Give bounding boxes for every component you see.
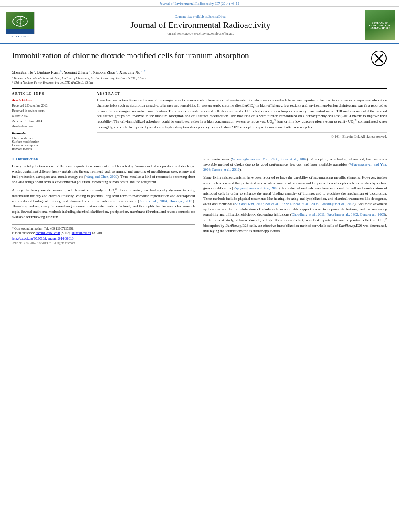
doi-link[interactable]: http://dx.doi.org/10.1016/j.jenvrad.2014… bbox=[12, 237, 74, 240]
article-info-column: ARTICLE INFO Article history: Received 2… bbox=[12, 92, 90, 151]
elsevier-logo-image: 🌿 bbox=[6, 12, 35, 34]
corresponding-author: * Corresponding author. Tel: +86 1306723… bbox=[12, 227, 195, 230]
ref-vijaya[interactable]: Vijayaraghavan and Yun, 2008; Silva et a… bbox=[232, 157, 307, 161]
available-online: Available online bbox=[12, 124, 86, 128]
journal-thumb-label: JOURNAL OFENVIRONMENTALRADIOACTIVITY bbox=[368, 21, 391, 30]
intro-title: 1. Introduction bbox=[12, 157, 195, 161]
intro-para-4: Many living microorganisms have been rep… bbox=[203, 175, 387, 234]
intro-right-column: from waste water (Vijayaraghavan and Yun… bbox=[203, 157, 387, 245]
introduction-section: 1. Introduction Heavy metal pollution is… bbox=[12, 157, 387, 245]
email2-link[interactable]: xu@fzu.edu.cn bbox=[72, 231, 91, 235]
keyword-4: Immobilization bbox=[12, 147, 86, 151]
revised-label: Received in revised form bbox=[12, 108, 86, 113]
keyword-1: Chlorine dioxide bbox=[12, 136, 86, 140]
issn-line: 0265-931X/© 2014 Elsevier Ltd. All right… bbox=[12, 241, 195, 245]
sciencedirect-anchor[interactable]: ScienceDirect bbox=[208, 15, 226, 18]
abstract-text: There has been a trend towards the use o… bbox=[97, 98, 387, 129]
abstract-column: ABSTRACT There has been a trend towards … bbox=[97, 92, 387, 151]
keyword-3: Uranium adsorption bbox=[12, 144, 86, 147]
article-info-heading: ARTICLE INFO bbox=[12, 92, 86, 96]
abstract-heading: ABSTRACT bbox=[97, 92, 387, 96]
journal-homepage: journal homepage: www.elsevier.com/locat… bbox=[40, 32, 361, 35]
intro-left-column: 1. Introduction Heavy metal pollution is… bbox=[12, 157, 195, 245]
ref-wang-chen[interactable]: Wang and Chen, 2009 bbox=[85, 175, 117, 179]
article-info-abstract-section: ARTICLE INFO Article history: Received 2… bbox=[12, 88, 387, 151]
sciencedirect-link: Contents lists available at ScienceDirec… bbox=[40, 15, 361, 18]
revised-date: 4 June 2014 bbox=[12, 113, 86, 118]
intro-para-1: Heavy metal pollution is one of the most… bbox=[12, 164, 195, 185]
paper-title-section: Immobilization of chlorine dioxide modif… bbox=[12, 50, 387, 66]
copyright-line: © 2014 Elsevier Ltd. All rights reserved… bbox=[97, 132, 387, 138]
affiliations: a Research Institute of Photocatalysis, … bbox=[12, 76, 387, 84]
ref-suh[interactable]: Suh and Kim, 2000; Sar et al., 1999; Rin… bbox=[234, 202, 354, 206]
ref-choudhary[interactable]: Choudhary et al., 2011; Nakajima et al.,… bbox=[292, 212, 385, 216]
ref-farooq[interactable]: Vijayaraghavan and Yun, 2008; Farooq et … bbox=[203, 162, 387, 172]
elsevier-text: ELSEVIER bbox=[11, 35, 29, 38]
svg-text:🌿: 🌿 bbox=[19, 28, 22, 31]
elsevier-logo: 🌿 ELSEVIER bbox=[4, 12, 36, 38]
paper-title: Immobilization of chlorine dioxide modif… bbox=[12, 50, 367, 61]
ref-vijaya2[interactable]: Vijayaraghavan and Yun, 2008 bbox=[233, 186, 278, 190]
affiliation-a: a Research Institute of Photocatalysis, … bbox=[12, 76, 387, 80]
email1-link[interactable]: comhsh@163.com bbox=[36, 231, 60, 235]
journal-center: Contents lists available at ScienceDirec… bbox=[40, 15, 361, 35]
authors-line: Shengbin He a, Binbiao Ruan b, Yueping Z… bbox=[12, 70, 387, 74]
main-content: Immobilization of chlorine dioxide modif… bbox=[0, 44, 399, 251]
journal-thumbnail: JOURNAL OFENVIRONMENTALRADIOACTIVITY bbox=[365, 10, 395, 40]
received-date: Received 2 December 2013 bbox=[12, 103, 86, 107]
crossmark-icon bbox=[371, 50, 387, 66]
email-addresses: E-mail addresses: comhsh@163.com (S. He)… bbox=[12, 231, 195, 235]
keyword-2: Surface modification bbox=[12, 140, 86, 144]
affiliation-b: b China Nuclear Power Engineering co.,LT… bbox=[12, 81, 387, 84]
intro-para-2: Among the heavy metals, uranium, which e… bbox=[12, 187, 195, 220]
intro-para-3: from waste water (Vijayaraghavan and Yun… bbox=[203, 157, 387, 173]
ref-kalin[interactable]: Kalin et al., 2004; Domingo, 2001 bbox=[139, 199, 193, 203]
journal-title: Journal of Environmental Radioactivity bbox=[40, 20, 361, 30]
journal-ref-text: Journal of Environmental Radioactivity 1… bbox=[160, 2, 239, 6]
article-history-label: Article history: bbox=[12, 98, 86, 102]
doi-line: http://dx.doi.org/10.1016/j.jenvrad.2014… bbox=[12, 237, 195, 240]
journal-reference-bar: Journal of Environmental Radioactivity 1… bbox=[0, 0, 399, 7]
journal-header: 🌿 ELSEVIER Contents lists available at S… bbox=[0, 7, 399, 44]
accepted-date: Accepted 16 June 2014 bbox=[12, 119, 86, 123]
keywords-heading: Keywords: bbox=[12, 131, 86, 135]
footnotes: * Corresponding author. Tel: +86 1306723… bbox=[12, 224, 195, 235]
